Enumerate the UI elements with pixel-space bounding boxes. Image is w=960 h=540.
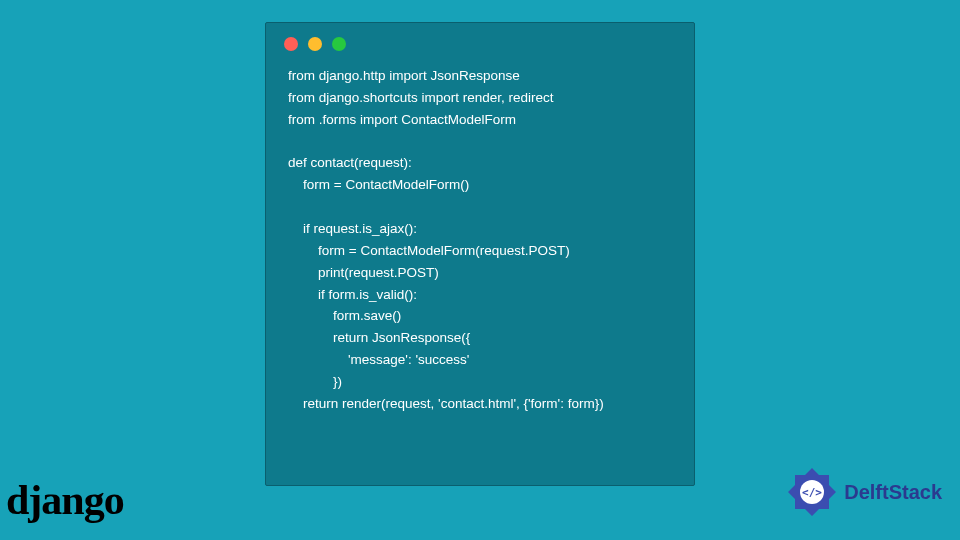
- django-logo: django: [6, 476, 124, 524]
- code-block: from django.http import JsonResponse fro…: [266, 57, 694, 429]
- delftstack-icon: </>: [786, 466, 838, 518]
- maximize-dot-icon: [332, 37, 346, 51]
- svg-text:</>: </>: [802, 486, 822, 499]
- minimize-dot-icon: [308, 37, 322, 51]
- code-window: from django.http import JsonResponse fro…: [265, 22, 695, 486]
- window-traffic-lights: [266, 23, 694, 57]
- delftstack-logo: </> DelftStack: [786, 466, 942, 518]
- delftstack-label: DelftStack: [844, 481, 942, 504]
- close-dot-icon: [284, 37, 298, 51]
